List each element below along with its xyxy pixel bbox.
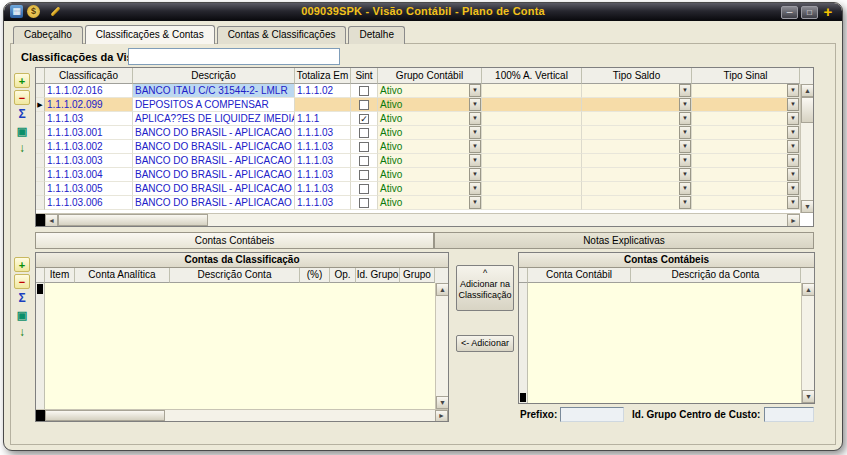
grid-cell[interactable]: ▼	[582, 84, 692, 98]
tab-notas-explicativas-section[interactable]: Notas Explicativas	[434, 232, 814, 249]
prefixo-input[interactable]	[560, 407, 624, 422]
minimize-button[interactable]: ─	[781, 6, 798, 19]
column-header[interactable]: Id. Grupo	[356, 268, 400, 283]
dropdown-button[interactable]: ▼	[679, 140, 691, 153]
grid-row[interactable]: 1.1.1.03.006BANCO DO BRASIL - APLICACAO …	[36, 196, 813, 210]
close-plus-icon[interactable]: +	[821, 5, 835, 19]
dropdown-button[interactable]: ▼	[787, 182, 799, 195]
grid-cell[interactable]	[351, 126, 378, 140]
grid-cell[interactable]: BANCO DO BRASIL - APLICACAO AUTO M	[133, 140, 295, 154]
grid-row[interactable]: 1.1.1.03.005BANCO DO BRASIL - APLICACAO …	[36, 182, 813, 196]
vertical-scrollbar[interactable]: ▲ ▼	[435, 283, 448, 409]
column-header[interactable]: Classificação	[45, 68, 133, 84]
grid-cell[interactable]: BANCO DO BRASIL - APLICACAO AUTO M	[133, 126, 295, 140]
scroll-down-button[interactable]: ▼	[802, 390, 815, 403]
copy-icon[interactable]: ▣	[14, 124, 30, 139]
grid-cell[interactable]	[295, 98, 351, 112]
grid-cell[interactable]: Ativo▼	[378, 98, 482, 112]
column-header[interactable]: Totaliza Em	[295, 68, 351, 84]
sint-checkbox[interactable]	[359, 170, 369, 180]
grid-cell[interactable]: 1.1.1.02	[295, 84, 351, 98]
grid-body[interactable]: ▲ ▼	[36, 283, 448, 409]
dropdown-button[interactable]: ▼	[679, 84, 691, 97]
dropdown-button[interactable]: ▼	[679, 126, 691, 139]
grid-cell[interactable]	[482, 140, 582, 154]
dropdown-button[interactable]: ▼	[469, 182, 481, 195]
grid-cell[interactable]	[482, 182, 582, 196]
grid-cell[interactable]: ▼	[692, 84, 800, 98]
id-grupo-centro-de-custo-input[interactable]	[764, 407, 814, 422]
dropdown-button[interactable]: ▼	[679, 196, 691, 209]
grid-cell[interactable]: BANCO DO BRASIL - APLICACAO AUTO M	[133, 168, 295, 182]
column-header[interactable]: Tipo Saldo	[582, 68, 692, 84]
dropdown-button[interactable]: ▼	[787, 154, 799, 167]
dropdown-button[interactable]: ▼	[469, 84, 481, 97]
grid-cell[interactable]: Ativo▼	[378, 112, 482, 126]
vertical-scrollbar[interactable]: ▲ ▼	[800, 84, 813, 213]
titlebar[interactable]: ▦ $ 009039SPK - Visão Contábil - Plano d…	[4, 3, 842, 21]
dropdown-button[interactable]: ▼	[469, 98, 481, 111]
grid-cell[interactable]: 1.1.1.03.005	[45, 182, 133, 196]
grid-cell[interactable]: ▼	[582, 182, 692, 196]
grid-cell[interactable]: 1.1.1.03	[295, 182, 351, 196]
grid-cell[interactable]: 1.1.1.03.004	[45, 168, 133, 182]
tab-contas-classificacoes[interactable]: Contas & Classificações	[217, 26, 347, 44]
column-header[interactable]: Grupo	[400, 268, 435, 283]
dropdown-button[interactable]: ▼	[679, 182, 691, 195]
grid-cell[interactable]: ▼	[692, 140, 800, 154]
scroll-left-button[interactable]: ◄	[45, 214, 58, 227]
grid-cell[interactable]	[351, 196, 378, 210]
dropdown-button[interactable]: ▼	[787, 168, 799, 181]
tab-cabecalho[interactable]: Cabeçalho	[13, 26, 83, 44]
grid-cell[interactable]: 1.1.1.03	[295, 126, 351, 140]
column-header[interactable]: Descrição Conta	[170, 268, 300, 283]
dropdown-button[interactable]: ▼	[469, 196, 481, 209]
scroll-right-button[interactable]: ►	[787, 214, 800, 227]
add-icon[interactable]: +	[14, 73, 30, 88]
grid-cell[interactable]: ✓	[351, 112, 378, 126]
grid-cell[interactable]: ▼	[582, 168, 692, 182]
grid-cell[interactable]	[351, 182, 378, 196]
scrollbar-thumb[interactable]	[45, 410, 165, 421]
grid-cell[interactable]	[351, 84, 378, 98]
scroll-down-button[interactable]: ▼	[801, 200, 814, 213]
sint-checkbox[interactable]	[359, 100, 369, 110]
column-header[interactable]: Conta Contábil	[528, 268, 631, 283]
column-header[interactable]: Tipo Sinal	[692, 68, 800, 84]
column-header[interactable]: Sint	[351, 68, 378, 84]
dropdown-button[interactable]: ▼	[787, 196, 799, 209]
horizontal-scrollbar[interactable]: ►	[36, 409, 448, 421]
dropdown-button[interactable]: ▼	[679, 112, 691, 125]
copy-icon[interactable]: ▣	[14, 308, 30, 323]
vertical-scrollbar[interactable]: ▲ ▼	[801, 283, 814, 403]
grid-cell[interactable]: Ativo▼	[378, 84, 482, 98]
adicionar-na-classificacao-button[interactable]: ^ Adicionar na Classificação	[456, 265, 514, 311]
dropdown-button[interactable]: ▼	[787, 112, 799, 125]
grid-cell[interactable]: 1.1.1.03	[45, 112, 133, 126]
grid-cell[interactable]: 1.1.1	[295, 112, 351, 126]
grid-cell[interactable]: BANCO DO BRASIL - APLICACAO CDB	[133, 196, 295, 210]
sint-checkbox[interactable]	[359, 142, 369, 152]
grid-cell[interactable]: 1.1.1.02.099	[45, 98, 133, 112]
sint-checkbox[interactable]	[359, 198, 369, 208]
grid-cell[interactable]	[482, 126, 582, 140]
sint-checkbox[interactable]	[359, 86, 369, 96]
column-header[interactable]: Item	[45, 268, 75, 283]
scroll-right-button[interactable]: ►	[435, 410, 448, 422]
grid-row[interactable]: 1.1.1.03.003BANCO DO BRASIL - APLICACAO …	[36, 154, 813, 168]
grid-cell[interactable]: BANCO ITAU C/C 31544-2- LMLR	[133, 84, 295, 98]
scroll-up-button[interactable]: ▲	[802, 283, 815, 296]
grid-cell[interactable]: 1.1.1.03	[295, 168, 351, 182]
classificacoes-da-visao-input[interactable]	[128, 48, 340, 65]
grid-cell[interactable]	[482, 154, 582, 168]
column-header[interactable]: Op.	[330, 268, 356, 283]
adicionar-button[interactable]: <- Adicionar	[456, 335, 514, 352]
scrollbar-track[interactable]	[165, 410, 435, 421]
grid-cell[interactable]: BANCO DO BRASIL - APLICACAO AUTO M	[133, 154, 295, 168]
grid-cell[interactable]: Ativo▼	[378, 126, 482, 140]
grid-row[interactable]: ▶1.1.1.02.099DEPOSITOS A COMPENSARAtivo▼…	[36, 98, 813, 112]
sint-checkbox[interactable]: ✓	[359, 114, 369, 124]
grid-cell[interactable]: ▼	[582, 98, 692, 112]
dropdown-button[interactable]: ▼	[679, 98, 691, 111]
export-icon[interactable]: ↓	[14, 325, 30, 340]
